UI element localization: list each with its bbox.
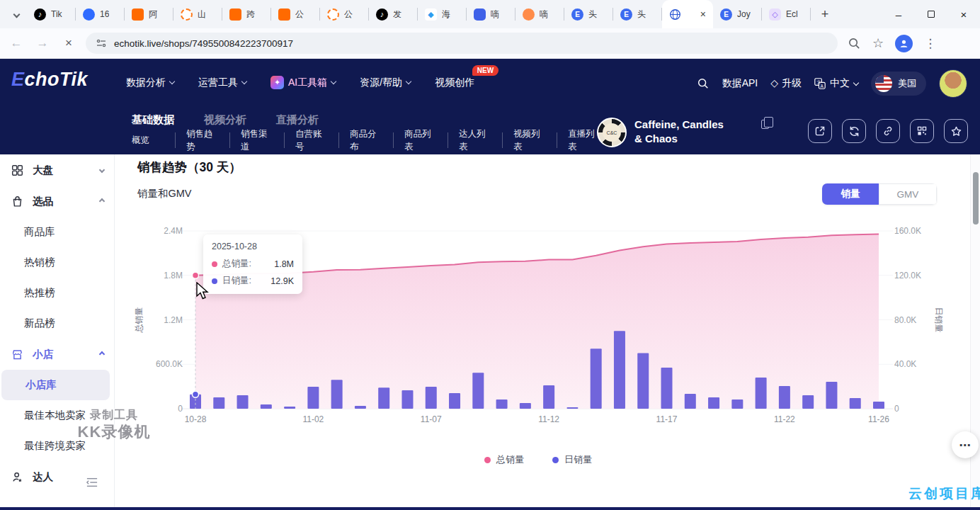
open-shop-external-button[interactable] — [808, 119, 832, 143]
svg-text:2.4M: 2.4M — [164, 226, 183, 236]
blue-bird-icon: ◆ — [425, 8, 437, 21]
nav-data-analysis[interactable]: 数据分析 — [126, 76, 174, 89]
copy-icon[interactable] — [761, 120, 769, 129]
browser-tab-7[interactable]: ♪发 — [369, 0, 418, 28]
shop-menu-item-1[interactable]: 销售趋势 — [186, 128, 219, 153]
browser-tab-5[interactable]: 公 — [271, 0, 320, 28]
shop-menu-item-7[interactable]: 视频列表 — [513, 128, 546, 153]
favorite-shop-button[interactable] — [944, 119, 968, 143]
browser-tab-14[interactable]: EJoy — [713, 0, 762, 28]
shop-menu-item-3[interactable]: 自营账号 — [295, 128, 328, 153]
shop-menu-item-8[interactable]: 直播列表 — [568, 128, 600, 153]
browser-tab-0[interactable]: ♪Tik — [27, 0, 76, 28]
recorder-watermark: 录制工具 KK录像机 — [75, 408, 153, 443]
tab-live-analysis[interactable]: 直播分析 — [276, 113, 319, 127]
qr-code-button[interactable] — [910, 119, 934, 143]
browser-tab-11[interactable]: E头 — [564, 0, 613, 28]
browser-tab-6[interactable]: 公 — [320, 0, 369, 28]
orange-ring-icon — [181, 8, 193, 21]
nav-upgrade[interactable]: ◇升级 — [770, 77, 802, 90]
browser-tab-1[interactable]: 16 — [76, 0, 125, 28]
nav-video-creation[interactable]: 视频创作 NEW — [435, 76, 474, 89]
browser-tab-12[interactable]: E头 — [613, 0, 662, 28]
chevron-down-icon — [169, 79, 175, 84]
tab-video-analysis[interactable]: 视频分析 — [204, 113, 246, 127]
browser-profile-avatar[interactable] — [895, 35, 913, 52]
address-bar[interactable]: echotik.live/shops/7495500842223700917 — [86, 33, 838, 54]
tab-search-chevron-icon[interactable] — [6, 4, 27, 24]
close-window-button[interactable]: × — [947, 0, 980, 28]
toutiao-icon: E — [571, 8, 583, 21]
new-tab-button[interactable]: + — [815, 4, 835, 24]
more-options-button[interactable]: ⋯ — [952, 431, 979, 458]
tab-title: Ecl — [786, 9, 798, 19]
zoom-icon[interactable] — [848, 37, 861, 50]
svg-text:1.8M: 1.8M — [164, 271, 183, 280]
shop-menu-item-6[interactable]: 达人列表 — [459, 128, 491, 153]
browser-tab-15[interactable]: ◇Ecl — [762, 0, 811, 28]
legend-total-sales[interactable]: 总销量 — [484, 453, 524, 466]
sidebar-item-shops[interactable]: 小店 — [0, 339, 114, 370]
sidebar-item-hot-promoted[interactable]: 热推榜 — [0, 278, 114, 308]
copy-link-button[interactable] — [876, 119, 900, 143]
sidebar-item-product-library[interactable]: 商品库 — [0, 217, 114, 247]
browser-tab-10[interactable]: 嘀 — [515, 0, 564, 28]
toggle-sales[interactable]: 销量 — [822, 183, 879, 205]
nav-operation-tools[interactable]: 运营工具 — [198, 76, 246, 89]
shop-menu-item-5[interactable]: 商品列表 — [404, 128, 437, 153]
sidebar-collapse-button[interactable] — [86, 477, 98, 490]
site-settings-icon[interactable] — [96, 38, 107, 49]
forward-icon[interactable]: → — [33, 33, 52, 53]
nav-resources-help[interactable]: 资源/帮助 — [360, 76, 411, 89]
svg-text:0: 0 — [178, 404, 183, 414]
sidebar-item-shop-library[interactable]: 小店库 — [1, 370, 110, 400]
paw-icon — [83, 8, 95, 21]
chevron-down-icon — [241, 79, 247, 84]
tooltip-dot-purple — [212, 278, 217, 284]
minimize-button[interactable]: – — [882, 0, 915, 28]
tab-title: 头 — [637, 8, 646, 21]
tab-basic-data[interactable]: 基础数据 — [132, 113, 174, 127]
browser-tab-4[interactable]: 跨 — [222, 0, 271, 28]
tab-title: Joy — [737, 9, 751, 19]
bookmark-star-icon[interactable]: ☆ — [872, 35, 884, 51]
sidebar-item-product-selection[interactable]: 选品 — [0, 186, 114, 217]
translate-icon: 文A — [814, 78, 826, 89]
tab-close-icon[interactable]: × — [700, 9, 706, 19]
browser-tab-8[interactable]: ◆海 — [418, 0, 467, 28]
shop-menu-item-4[interactable]: 商品分布 — [350, 128, 382, 153]
user-avatar[interactable] — [939, 69, 967, 98]
scrollbar-thumb[interactable] — [973, 172, 979, 225]
refresh-data-button[interactable] — [842, 119, 866, 143]
browser-tab-9[interactable]: 嘀 — [467, 0, 515, 28]
restore-button[interactable] — [915, 0, 947, 28]
sidebar-item-hot-sales[interactable]: 热销榜 — [0, 247, 114, 278]
region-selector[interactable]: 美国 — [871, 72, 926, 96]
dog-icon — [523, 8, 535, 21]
tab-title: 嘀 — [540, 8, 548, 21]
back-icon[interactable]: ← — [6, 33, 26, 53]
bag-icon — [11, 196, 23, 208]
echotik-logo[interactable]: EchoTik — [11, 69, 88, 91]
toggle-gmv[interactable]: GMV — [879, 183, 937, 205]
nav-data-api[interactable]: 数据API — [722, 77, 758, 90]
shop-name: Caffeine, Candles & Chaos — [634, 118, 734, 147]
shop-menu-item-0[interactable]: 概览 — [132, 134, 164, 147]
browser-menu-kebab-icon[interactable]: ⋮ — [924, 36, 936, 51]
sidebar-item-market[interactable]: 大盘 — [0, 154, 114, 186]
legend-daily-sales[interactable]: 日销量 — [552, 453, 592, 466]
language-switch[interactable]: 文A 中文 — [814, 77, 858, 90]
search-icon[interactable] — [697, 77, 710, 90]
scrollbar-track[interactable] — [970, 154, 980, 510]
sidebar-item-new-products[interactable]: 新品榜 — [0, 308, 114, 339]
browser-tab-3[interactable]: 山 — [173, 0, 222, 28]
tab-title: 跨 — [246, 8, 255, 21]
toutiao-icon: E — [620, 8, 632, 21]
shop-menu-item-2[interactable]: 销售渠道 — [241, 128, 273, 153]
browser-tab-13[interactable]: × — [662, 0, 713, 28]
stop-loading-icon[interactable]: × — [59, 33, 79, 53]
external-link-icon — [814, 125, 826, 137]
nav-ai-toolbox[interactable]: ✦ AI工具箱 — [270, 76, 336, 89]
tab-title: 海 — [442, 8, 450, 21]
browser-tab-2[interactable]: 阿 — [125, 0, 173, 28]
